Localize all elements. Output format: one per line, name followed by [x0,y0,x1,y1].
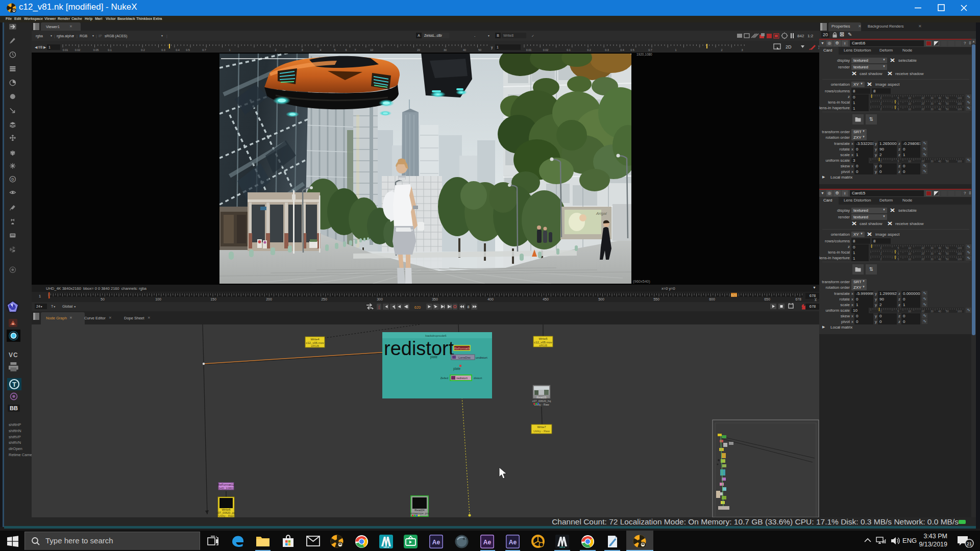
svg-text:0.5: 0.5 [630,48,634,52]
svg-text:2D: 2D [786,44,792,49]
svg-text:redistort: redistort [384,338,454,359]
svg-text:10: 10 [908,310,911,313]
svg-text:0.4: 0.4 [176,48,180,52]
svg-text:50: 50 [946,102,949,105]
svg-text:(HD_1080): (HD_1080) [218,487,233,490]
svg-text:0.02: 0.02 [75,48,81,52]
svg-text:1: 1 [880,246,882,249]
svg-text:50: 50 [946,258,949,261]
svg-text:20: 20 [921,258,924,261]
svg-text:150: 150 [210,297,216,301]
svg-text:1: 1 [880,108,882,111]
svg-text:5: 5 [898,108,899,111]
svg-text:30: 30 [930,310,934,313]
svg-text:c07_00620_hq: c07_00620_hq [532,399,551,403]
svg-text:Zefed: Zefed [440,377,448,380]
svg-text:T: T [12,381,16,388]
svg-text:50: 50 [946,310,949,313]
svg-text:0.3: 0.3 [161,48,165,52]
svg-text:0.05: 0.05 [93,48,99,52]
svg-text:40: 40 [938,160,941,163]
svg-text:0.5: 0.5 [186,48,190,52]
svg-text:50: 50 [946,246,949,249]
svg-text:1: 1 [880,102,882,105]
svg-text:3: 3 [301,48,303,52]
svg-text:10: 10 [908,252,911,255]
svg-text:50: 50 [946,96,949,99]
svg-text:100: 100 [958,108,962,111]
svg-text:100: 100 [958,102,962,105]
svg-text:4: 4 [320,48,321,52]
svg-text:10: 10 [908,246,911,249]
svg-text:2: 2 [721,48,722,52]
svg-text:450: 450 [543,297,549,301]
svg-text:sRGB: sRGB [539,344,547,347]
svg-text:5: 5 [898,160,899,163]
svg-text:BB: BB [10,405,18,411]
svg-text:0.2: 0.2 [587,48,591,52]
svg-text:backdropnode6: backdropnode6 [425,334,447,337]
svg-text:50: 50 [478,48,481,52]
svg-text:3: 3 [741,48,743,52]
svg-text:100: 100 [958,160,962,163]
svg-text:300: 300 [377,297,383,301]
svg-text:0.4: 0.4 [620,48,624,52]
svg-text:plate: plate [430,355,437,359]
svg-text:20: 20 [921,246,924,249]
svg-text:sRGB: sRGB [311,344,319,347]
svg-text:VC: VC [9,352,18,359]
svg-text:250: 250 [321,297,327,301]
svg-text:350: 350 [432,297,438,301]
svg-text:Write5: Write5 [538,337,548,340]
svg-text:500: 500 [598,297,604,301]
svg-text:842: 842 [797,34,804,38]
svg-text:1:2: 1:2 [807,34,814,38]
svg-text:40: 40 [938,258,941,261]
svg-text:0.01: 0.01 [526,48,532,52]
svg-text:30: 30 [930,246,934,249]
svg-text:distort: distort [474,377,482,380]
svg-text:40: 40 [938,96,941,99]
svg-text:Utility - Raw: Utility - Raw [533,430,550,433]
svg-text:Ae: Ae [509,539,517,546]
svg-text:10: 10 [370,48,373,52]
svg-text:0.01: 0.01 [63,48,68,52]
svg-text:redistort: redistort [456,377,468,380]
svg-text:0.3: 0.3 [605,48,609,52]
svg-text:5: 5 [334,48,335,52]
svg-text:1: 1 [675,48,676,52]
svg-text:8: 8 [467,305,469,309]
svg-text:0.7: 0.7 [648,48,652,52]
svg-text:30: 30 [930,252,934,255]
svg-text:30: 30 [930,160,934,163]
svg-text:20: 20 [921,252,924,255]
svg-text:50: 50 [946,252,949,255]
svg-text:0.1: 0.1 [108,48,112,52]
svg-text:2: 2 [275,48,276,52]
svg-text:0.1: 0.1 [567,48,571,52]
svg-text:0.02: 0.02 [543,48,549,52]
svg-text:Ae: Ae [432,539,440,546]
svg-text:40: 40 [938,252,941,255]
svg-text:1: 1 [880,96,882,99]
svg-text:5: 5 [898,258,899,261]
svg-text:20: 20 [921,102,924,105]
svg-text:LensDist: LensDist [458,356,471,359]
svg-text:Write4: Write4 [310,338,320,341]
svg-text:1: 1 [880,258,882,261]
svg-text:10: 10 [908,258,911,261]
svg-text:5: 5 [898,252,899,255]
svg-text:20: 20 [417,48,420,52]
svg-text:Read25: Read25 [536,396,546,399]
svg-text:40: 40 [938,246,941,249]
svg-text:Write7: Write7 [537,425,546,429]
svg-text:20: 20 [921,108,924,111]
svg-text:5: 5 [898,310,899,313]
svg-text:1: 1 [880,252,882,255]
svg-text:10: 10 [908,108,911,111]
svg-text:7: 7 [354,48,356,52]
svg-text:650: 650 [764,297,770,301]
svg-text:undistort: undistort [476,356,487,359]
svg-text:0.2: 0.2 [141,48,145,52]
svg-text:0.7: 0.7 [202,48,206,52]
